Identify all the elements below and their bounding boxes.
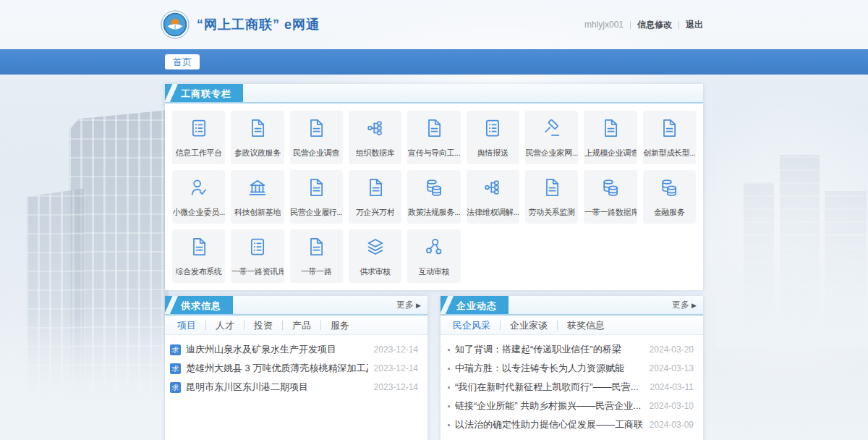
app-card[interactable]: 信息工作平台 bbox=[172, 111, 225, 164]
app-card[interactable]: 一带一路数据库 bbox=[584, 170, 637, 224]
background-fog bbox=[716, 130, 868, 347]
document-icon bbox=[189, 237, 209, 257]
app-card[interactable]: 参政议政服务 bbox=[231, 111, 284, 164]
app-card-label: 科技创新基地 bbox=[234, 207, 281, 218]
app-card-label: 互动审核 bbox=[419, 266, 450, 277]
app-card[interactable]: 综合发布系统 bbox=[172, 229, 225, 283]
bullet-dot-icon bbox=[448, 424, 450, 426]
app-card[interactable]: 创新型成长型... bbox=[643, 111, 696, 164]
section-title-special-column: 工商联专栏 bbox=[165, 84, 243, 102]
app-card-label: 参政议政服务 bbox=[234, 148, 281, 158]
person-check-icon bbox=[189, 177, 209, 198]
section-title-enterprise-news: 企业动态 bbox=[441, 296, 509, 314]
enterprise-news-item[interactable]: 以法治的确定性助力提信心促发展——工商联... 2024-03-09 bbox=[446, 415, 694, 434]
app-card[interactable]: 组织数据库 bbox=[349, 111, 401, 164]
item-date: 2023-12-14 bbox=[374, 363, 418, 373]
enterprise-news-item[interactable]: 中瑞方胜：以专注铸专长为人力资源赋能 2024-03-13 bbox=[446, 359, 694, 378]
bullet-dot-icon bbox=[448, 386, 450, 389]
supply-demand-subtabs: 项目 人才 投资 产品 服务 bbox=[165, 316, 427, 335]
app-card[interactable]: 民营企业履行... bbox=[290, 170, 343, 224]
special-column-panel: 工商联专栏 信息工作平台 参政议政服务 民营企业调查 bbox=[165, 84, 703, 290]
brand: “网上工商联” e网通 bbox=[161, 10, 320, 39]
supply-demand-item[interactable]: 求 迪庆州山泉水及矿泉水生产开发项目 2023-12-14 bbox=[170, 340, 418, 359]
app-card-label: 综合发布系统 bbox=[176, 266, 222, 277]
supply-demand-item[interactable]: 求 昆明市东川区东川港二期项目 2023-12-14 bbox=[170, 378, 418, 397]
list-form-icon bbox=[482, 118, 503, 138]
document-icon bbox=[659, 118, 679, 138]
enterprise-news-header: 企业动态 更多▶ bbox=[441, 296, 703, 316]
supply-demand-subtab[interactable]: 服务 bbox=[320, 321, 359, 330]
list-form-icon bbox=[247, 237, 268, 257]
enterprise-news-list: 知了背调：搭建起“传递职业信任”的桥梁 2024-03-20 中瑞方胜：以专注铸… bbox=[441, 335, 703, 434]
document-icon bbox=[306, 237, 326, 257]
app-card-label: 小微企业委员... bbox=[173, 207, 225, 218]
logout-link[interactable]: 退出 bbox=[686, 19, 703, 31]
app-card[interactable]: 金融服务 bbox=[643, 170, 696, 224]
main-nav: 首页 bbox=[0, 49, 868, 75]
bullet-dot-icon bbox=[448, 349, 450, 351]
home-nav-button[interactable]: 首页 bbox=[165, 54, 200, 69]
divider bbox=[630, 21, 631, 29]
background-building-left-short bbox=[26, 188, 85, 404]
app-card[interactable]: 宣传与导向工... bbox=[407, 111, 460, 164]
enterprise-news-subtab[interactable]: 企业家谈 bbox=[500, 321, 557, 330]
app-card[interactable]: 政策法规服务... bbox=[407, 170, 460, 224]
supply-demand-item[interactable]: 求 楚雄州大姚县 3 万吨优质薄壳核桃精深加工及科... 2023-12-14 bbox=[170, 359, 418, 378]
item-title: 迪庆州山泉水及矿泉水生产开发项目 bbox=[186, 343, 368, 356]
modify-info-link[interactable]: 信息修改 bbox=[637, 19, 672, 31]
background-building-left-tall bbox=[69, 110, 169, 403]
supply-demand-subtab[interactable]: 项目 bbox=[168, 321, 205, 330]
background-skyline-right bbox=[825, 191, 867, 327]
app-card-label: 一带一路数据库 bbox=[584, 207, 637, 218]
document-icon bbox=[247, 118, 268, 138]
database-icon bbox=[424, 177, 444, 198]
supply-demand-more-link[interactable]: 更多▶ bbox=[396, 296, 427, 314]
site-title: “网上工商联” e网通 bbox=[197, 16, 320, 33]
orgchart-icon bbox=[482, 177, 503, 198]
document-icon bbox=[365, 177, 386, 198]
app-card[interactable]: 小微企业委员... bbox=[172, 170, 225, 224]
item-title: 中瑞方胜：以专注铸专长为人力资源赋能 bbox=[455, 362, 644, 375]
supply-demand-subtab[interactable]: 产品 bbox=[282, 321, 320, 330]
enterprise-news-more-link[interactable]: 更多▶ bbox=[672, 296, 703, 314]
item-date: 2023-12-14 bbox=[374, 382, 418, 392]
app-card[interactable]: 上规模企业调查 bbox=[584, 111, 637, 164]
app-card[interactable]: 舆情报送 bbox=[467, 111, 519, 164]
app-card[interactable]: 劳动关系监测 bbox=[525, 170, 578, 224]
app-card-label: 供求审核 bbox=[359, 266, 391, 277]
app-card[interactable]: 供求审核 bbox=[349, 229, 401, 283]
app-card[interactable]: 法律维权调解... bbox=[467, 170, 519, 224]
supply-demand-subtab[interactable]: 人才 bbox=[205, 321, 244, 330]
demand-badge: 求 bbox=[170, 363, 181, 374]
enterprise-news-item[interactable]: 知了背调：搭建起“传递职业信任”的桥梁 2024-03-20 bbox=[446, 340, 694, 359]
app-card[interactable]: 互动审核 bbox=[407, 229, 460, 283]
share-network-icon bbox=[424, 237, 444, 257]
orgchart-icon bbox=[365, 118, 386, 138]
app-card[interactable]: 民营企业调查 bbox=[290, 111, 343, 164]
gavel-icon bbox=[542, 118, 562, 138]
app-card[interactable]: 一带一路 bbox=[290, 229, 343, 283]
enterprise-news-subtab[interactable]: 获奖信息 bbox=[557, 321, 614, 330]
top-header: “网上工商联” e网通 mhlyjx001 信息修改 退出 bbox=[0, 0, 868, 49]
enterprise-news-item[interactable]: “我们在新时代新征程上凯歌而行”——民营... 2024-03-11 bbox=[446, 378, 694, 397]
layers-icon bbox=[365, 237, 386, 257]
app-card-label: 劳动关系监测 bbox=[529, 207, 575, 218]
main-content: 工商联专栏 信息工作平台 参政议政服务 民营企业调查 bbox=[165, 84, 703, 440]
document-icon bbox=[424, 118, 444, 138]
app-card-label: 法律维权调解... bbox=[467, 207, 519, 218]
app-card[interactable]: 万企兴万村 bbox=[349, 170, 401, 224]
item-date: 2024-03-09 bbox=[650, 420, 694, 430]
supply-demand-panel: 供求信息 更多▶ 项目 人才 投资 产品 服务 bbox=[165, 296, 427, 440]
app-card-label: 上规模企业调查 bbox=[584, 148, 637, 158]
app-card-label: 民营企业履行... bbox=[290, 207, 342, 218]
supply-demand-subtab[interactable]: 投资 bbox=[244, 321, 282, 330]
app-card[interactable]: 一带一路资讯库 bbox=[231, 229, 284, 283]
enterprise-news-subtab[interactable]: 民企风采 bbox=[443, 321, 500, 330]
app-card[interactable]: 科技创新基地 bbox=[231, 170, 284, 224]
app-grid: 信息工作平台 参政议政服务 民营企业调查 组织数据库 bbox=[165, 103, 703, 290]
supply-demand-list: 求 迪庆州山泉水及矿泉水生产开发项目 2023-12-14 求 楚雄州大姚县 3… bbox=[165, 335, 427, 397]
username: mhlyjx001 bbox=[584, 20, 624, 30]
app-card[interactable]: 民营企业家网... bbox=[525, 111, 578, 164]
section-title-supply-demand: 供求信息 bbox=[165, 296, 233, 314]
enterprise-news-item[interactable]: 链接“企业所能” 共助乡村振兴——民营企业... 2024-03-10 bbox=[446, 397, 694, 415]
